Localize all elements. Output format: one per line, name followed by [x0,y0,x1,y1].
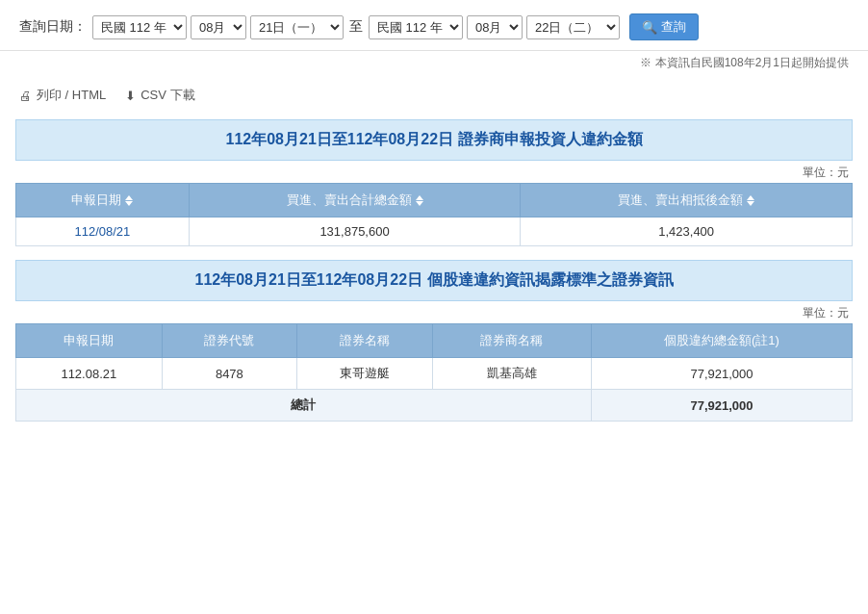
col-broker-name[interactable]: 證券商名稱 [432,324,591,358]
sort-icon-1 [125,195,133,206]
cell-report-date-2: 112.08.21 [16,358,163,390]
cell-code: 8478 [162,358,296,390]
section2-unit: 單位：元 [15,301,853,323]
table-row: 112.08.21 8478 東哥遊艇 凱基高雄 77,921,000 [16,358,853,390]
print-label: 列印 / HTML [37,87,106,104]
section2-header-row: 申報日期 證券代號 證券名稱 證券商名稱 個股違約總金額(註1) [16,324,853,358]
search-icon: 🔍 [642,20,657,35]
col-code[interactable]: 證券代號 [162,324,296,358]
end-year-select[interactable]: 民國 112 年 民國 111 年 [369,15,463,39]
cell-report-date-1: 112/08/21 [16,217,190,246]
section2-table: 申報日期 證券代號 證券名稱 證券商名稱 個股違約總金額(註1) 112.08.… [15,323,853,422]
total-label: 總計 [16,390,592,422]
col-report-date-2[interactable]: 申報日期 [16,324,163,358]
download-icon: ⬇ [125,89,136,103]
table-row: 112/08/21 131,875,600 1,423,400 [16,217,853,246]
cell-net-amount-1: 1,423,400 [521,217,853,246]
toolbar: 🖨 列印 / HTML ⬇ CSV 下載 [0,77,868,112]
query-button-label: 查詢 [661,18,686,36]
note-row: ※ 本資訊自民國108年2月1日起開始提供 [0,51,868,77]
query-form: 查詢日期： 民國 112 年 民國 111 年 民國 110 年 08月 07月… [19,13,699,40]
section1-title: 112年08月21日至112年08月22日 證券商申報投資人違約金額 [15,119,853,161]
cell-broker: 凱基高雄 [432,358,591,390]
end-day-select[interactable]: 22日（二） 21日 20日 [526,15,620,39]
note-text: ※ 本資訊自民國108年2月1日起開始提供 [640,56,849,69]
start-month-select[interactable]: 08月 07月 06月 [191,15,246,39]
col-report-date-1[interactable]: 申報日期 [16,184,190,217]
section1-header-row: 申報日期 買進、賣出合計總金額 [16,184,853,217]
section1-unit: 單位：元 [15,161,853,183]
csv-label: CSV 下載 [140,87,194,104]
col-stock-default-amount[interactable]: 個股違約總金額(註1) [591,324,852,358]
cell-total-amount-1: 131,875,600 [189,217,521,246]
total-amount: 77,921,000 [591,390,852,422]
start-year-select[interactable]: 民國 112 年 民國 111 年 民國 110 年 [92,15,187,39]
query-button[interactable]: 🔍 查詢 [629,13,699,40]
start-day-select[interactable]: 21日（一） 20日 19日 [250,15,344,39]
query-date-label: 查詢日期： [19,18,87,36]
total-row: 總計 77,921,000 [16,390,853,422]
print-button[interactable]: 🖨 列印 / HTML [19,87,106,104]
sort-icon-2 [416,195,423,206]
cell-stock-name: 東哥遊艇 [297,358,432,390]
col-net-amount[interactable]: 買進、賣出相抵後金額 [521,184,853,217]
section2-title: 112年08月21日至112年08月22日 個股達違約資訊揭露標準之證券資訊 [15,260,853,301]
section1: 112年08月21日至112年08月22日 證券商申報投資人違約金額 單位：元 … [15,119,853,246]
to-separator: 至 [349,18,363,36]
col-stock-name[interactable]: 證券名稱 [297,324,432,358]
col-total-amount[interactable]: 買進、賣出合計總金額 [189,184,521,217]
section2: 112年08月21日至112年08月22日 個股達違約資訊揭露標準之證券資訊 單… [15,260,853,422]
report-date-link-1[interactable]: 112/08/21 [74,224,130,239]
section1-table: 申報日期 買進、賣出合計總金額 [15,183,853,246]
print-icon: 🖨 [19,89,32,103]
cell-stock-amount: 77,921,000 [591,358,852,390]
end-month-select[interactable]: 08月 07月 [467,15,523,39]
top-bar: 查詢日期： 民國 112 年 民國 111 年 民國 110 年 08月 07月… [0,0,868,51]
csv-download-button[interactable]: ⬇ CSV 下載 [125,87,194,104]
sort-icon-3 [747,195,754,206]
